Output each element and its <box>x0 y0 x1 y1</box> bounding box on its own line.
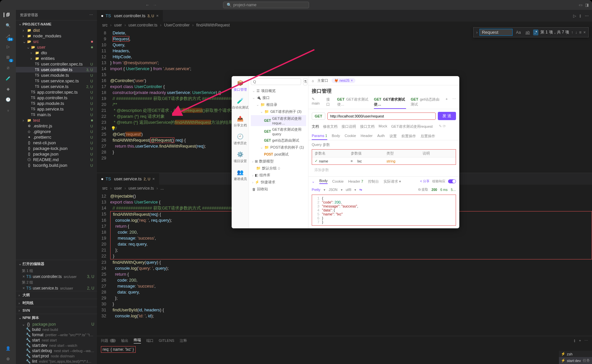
api-method-select[interactable]: GET <box>312 113 325 120</box>
extract-button[interactable]: ⧉ 提取 <box>418 187 428 192</box>
api-param-tab[interactable]: 设置 <box>389 132 397 140</box>
breadcrumb-segment[interactable]: user <box>114 186 122 191</box>
activity-scm-icon[interactable]: ⎇24 <box>4 34 12 38</box>
tab-user-controller[interactable]: ● TS user.controller.ts 3, U × <box>97 10 163 22</box>
api-doc-tab[interactable]: 修改文档 <box>323 123 338 130</box>
api-param-tab[interactable]: 前置操作 <box>401 132 416 140</box>
api-rail-item[interactable]: ⚙️项目设置 <box>234 150 247 163</box>
add-tab-icon[interactable]: + <box>446 96 448 109</box>
nav-back-icon[interactable]: ← <box>146 3 150 7</box>
terminal-session[interactable]: ⚡zsh <box>559 351 592 357</box>
pretty-format[interactable]: JSON <box>329 188 338 192</box>
add-param-row[interactable]: 添加参数 <box>308 166 459 174</box>
api-param-tab[interactable]: Body <box>332 132 340 140</box>
lightbulb-icon[interactable]: 💡 <box>111 125 116 131</box>
close-icon[interactable]: × <box>152 176 155 181</box>
format-icon[interactable]: ⇆ <box>359 188 362 192</box>
api-resp-tab[interactable]: Cookie <box>332 179 343 183</box>
breadcrumb-segment[interactable]: ... <box>160 186 164 191</box>
add-icon[interactable]: + <box>579 339 581 342</box>
npm-script-item[interactable]: 🔧formatprettier --write "src/**/*.ts" "t… <box>16 332 97 338</box>
api-tree-item[interactable]: ›⚡快捷请求 <box>251 179 306 186</box>
check-icon[interactable]: ✓ <box>315 159 318 163</box>
file-tree-item[interactable]: ⚙.eslintrc.jsU <box>16 123 97 129</box>
api-doc-tab[interactable]: 接口说明 <box>342 123 356 130</box>
api-resp-tab[interactable]: Body <box>319 179 328 184</box>
api-rail-item[interactable]: 📦接口管理 <box>234 79 247 92</box>
find-filter-icon[interactable]: ≡ <box>579 30 581 35</box>
api-tree-item[interactable]: GETGET请求测试使用reque… <box>251 115 306 126</box>
file-tree-item[interactable]: TSapp.controller.tsU <box>16 95 97 101</box>
activity-debug-icon[interactable]: ▷ <box>4 44 12 49</box>
open-editors-header[interactable]: 打开的编辑器 <box>23 261 44 266</box>
npm-script-item[interactable]: 🔧buildnest build <box>16 327 97 332</box>
share-button[interactable]: < 分享 <box>420 179 430 184</box>
file-tree-item[interactable]: ›📁test <box>16 117 97 123</box>
close-icon[interactable]: × <box>23 286 25 291</box>
terminal-tab[interactable]: 端口 <box>146 338 154 343</box>
file-tree-item[interactable]: TSapp.module.tsU <box>16 101 97 106</box>
activity-clock-icon[interactable]: 🕐 <box>4 97 12 102</box>
file-tree-item[interactable]: TSuser.controller.spec.tsU <box>16 61 97 67</box>
api-doc-tab[interactable]: GET请求测试使用request <box>391 123 433 130</box>
param-row[interactable]: ✓ name = lxc string <box>312 157 456 164</box>
pretty-encoding[interactable]: utf8 <box>346 188 351 192</box>
api-search-input[interactable] <box>251 78 301 85</box>
activity-extensions-icon[interactable]: ⊞1 <box>4 55 12 60</box>
activity-remote-icon[interactable]: ⎚ <box>4 66 12 70</box>
outline-header[interactable]: 大纲 <box>23 293 30 297</box>
api-url-input[interactable] <box>327 113 436 120</box>
api-param-tab[interactable]: Header <box>361 132 373 140</box>
api-rail-item[interactable]: 🧪自动化测试 <box>232 97 249 110</box>
open-editor-item[interactable]: × TS user.service.ts src/user 2, U <box>16 286 97 291</box>
tab-user-service[interactable]: ● TS user.service.ts 2, U × <box>97 173 159 185</box>
split-icon[interactable]: ⫿ <box>579 14 581 18</box>
api-resp-tab[interactable]: Header 7 <box>348 179 363 183</box>
api-home-label[interactable]: 主窗口 <box>317 78 328 83</box>
terminal-tab[interactable]: 问题 5 <box>101 338 116 343</box>
api-resp-tab[interactable]: 实际请求 ▾ <box>384 179 401 184</box>
more-icon[interactable]: ⋯ <box>585 14 589 18</box>
file-tree-item[interactable]: TSuser.service.spec.tsU <box>16 78 97 84</box>
terminal-body[interactable]: req: { name: 'lxc' } <box>97 345 592 364</box>
split-icon[interactable]: ⫿ <box>574 339 576 342</box>
activity-account-icon[interactable]: 👤 <box>4 346 12 351</box>
file-tree-item[interactable]: ✦.prettierrcU <box>16 134 97 140</box>
breadcrumb-segment[interactable]: src <box>102 186 108 191</box>
api-resp-tab[interactable]: 控制台 <box>368 179 379 184</box>
terminal-tab[interactable]: 注释 <box>180 338 187 343</box>
verify-toggle[interactable] <box>448 179 456 183</box>
open-editor-item[interactable]: × TS user.controller.ts src/user 3, U <box>16 274 97 279</box>
next-match-icon[interactable]: ↓ <box>575 30 577 35</box>
activity-db-icon[interactable]: ◆ <box>4 87 12 91</box>
api-param-tab[interactable]: Params 1 <box>312 132 327 140</box>
file-tree-item[interactable]: {}package-lock.jsonU <box>16 146 97 151</box>
file-tree-item[interactable]: TSuser.service.ts2, U <box>16 84 97 89</box>
timeline-header[interactable]: 时间线 <box>23 300 33 305</box>
breadcrumb-segment[interactable]: user.service.ts <box>128 186 154 191</box>
terminal-session[interactable]: ⚡start:dev任务 <box>559 357 592 364</box>
api-rail-item[interactable]: 🕘请求历史 <box>234 132 247 146</box>
api-tree-item[interactable]: POSTpost测试 <box>251 151 306 158</box>
api-param-tab[interactable]: Auth <box>377 132 385 140</box>
file-tree-item[interactable]: ◇.gitignoreU <box>16 129 97 134</box>
sidebar-more-icon[interactable]: ⋯ <box>89 13 93 17</box>
breadcrumb-segment[interactable]: user.controller.ts <box>128 23 157 27</box>
nav-forward-icon[interactable]: → <box>153 3 157 7</box>
home-icon[interactable]: ⌂ <box>312 79 314 83</box>
file-tree-item[interactable]: {}tsconfig.build.jsonU <box>16 162 97 168</box>
activity-git-icon[interactable]: ⬨ <box>4 108 12 113</box>
file-tree-item[interactable]: ⓘREADME.mdU <box>16 157 97 162</box>
layout-sidebar-icon[interactable]: ◨ <box>585 3 589 7</box>
more-icon[interactable]: ⋯ <box>584 339 588 343</box>
more-icon[interactable]: ⋯ <box>452 96 456 109</box>
file-tree-item[interactable]: TSapp.service.tsU <box>16 106 97 112</box>
file-tree-item[interactable]: TSapp.controller.spec.tsU <box>16 89 97 95</box>
pretty-mode[interactable]: Pretty <box>312 188 320 192</box>
file-tree-item[interactable]: ⌄📂src <box>16 39 97 44</box>
chevron-right-icon[interactable]: › <box>476 30 478 35</box>
file-tree-item[interactable]: TSmain.tsU <box>16 112 97 117</box>
activity-settings-icon[interactable]: ⚙ <box>4 357 12 361</box>
svn-header[interactable]: SVN <box>23 308 30 312</box>
find-input[interactable] <box>479 29 513 36</box>
